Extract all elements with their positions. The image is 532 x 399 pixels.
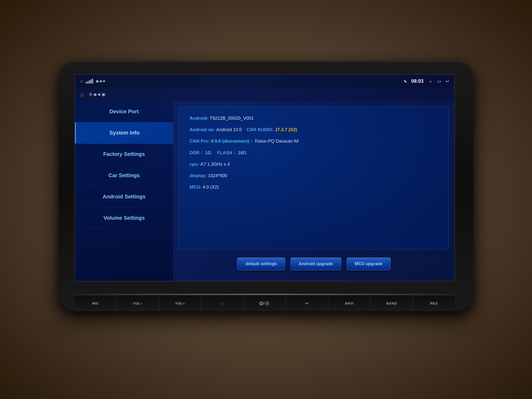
cpu-value: A7 1.3GHz x 4 <box>200 162 230 167</box>
buttons-area: default settings Android upgrade MCU upg… <box>179 255 449 276</box>
mcu-upgrade-button[interactable]: MCU upgrade <box>347 257 391 270</box>
bluetooth-icon: ⬉ <box>404 79 407 84</box>
nav-settings-icon[interactable]: ⚙ ◉ ■ ▣ <box>89 92 105 97</box>
main-content: Device Port System Info Factory Settings… <box>75 101 454 281</box>
flash-value: 16G <box>238 150 246 155</box>
ddr-label: DDR： <box>190 150 204 155</box>
notification-icons: ▣ ◉ ■ <box>96 79 105 83</box>
device-body: ⌂ ▣ ◉ ■ ⬉ 08:03 🔺 ▭ ↩ <box>59 61 473 311</box>
sidebar-item-system-info[interactable]: System Info <box>75 122 173 144</box>
mcu-label: MCU: <box>190 185 201 190</box>
android-label: Android: <box>190 116 209 121</box>
status-right: ⬉ 08:03 🔺 ▭ ↩ <box>404 78 449 84</box>
nav-bar: ⌂ ⚙ ◉ ■ ▣ <box>75 88 454 101</box>
android-value: T9212B_00020_V001 <box>210 116 253 121</box>
status-left: ⌂ ▣ ◉ ■ <box>80 79 105 84</box>
sidebar-item-device-port[interactable]: Device Port <box>75 101 173 122</box>
signal-bar-2 <box>87 81 88 84</box>
car-audio-value: J7.3.7 (X2) <box>275 127 297 132</box>
status-bar: ⌂ ▣ ◉ ■ ⬉ 08:03 🔺 ▭ ↩ <box>75 74 454 88</box>
can-pro-value: 9.0.6 (disconnect)： <box>211 139 254 144</box>
power-mute-button[interactable]: ⏻/🔇 <box>244 296 286 311</box>
signal-bar-1 <box>86 82 87 84</box>
back-hw-button[interactable]: ↩ <box>286 296 328 311</box>
system-info-box: Android: T9212B_00020_V001 Android os: A… <box>179 106 449 250</box>
sidebar-item-volume-settings[interactable]: Volume Settings <box>75 207 173 229</box>
display-row: display: 1024*600 <box>190 172 438 179</box>
ddr-row: DDR： 1G FLASH： 16G <box>190 149 438 156</box>
display-label: display: <box>190 173 207 178</box>
can-pro-extra: Raise-PQ Dasauto All <box>255 139 298 144</box>
res-button[interactable]: RES <box>413 296 455 311</box>
navi-button[interactable]: NAVI <box>328 296 371 311</box>
android-upgrade-button[interactable]: Android upgrade <box>290 257 341 270</box>
flash-label: FLASH： <box>217 150 237 155</box>
vol-minus-button[interactable]: VOL– <box>117 296 159 311</box>
mcu-value: 4.0 (X2) <box>203 185 219 190</box>
android-row: Android: T9212B_00020_V001 <box>190 115 438 122</box>
screen: ⌂ ▣ ◉ ■ ⬉ 08:03 🔺 ▭ ↩ <box>74 74 455 281</box>
power-mute-icon: ⏻/🔇 <box>259 301 270 306</box>
cpu-row: cpu: A7 1.3GHz x 4 <box>190 161 438 168</box>
sidebar: Device Port System Info Factory Settings… <box>75 101 173 281</box>
android-os-row: Android os: Android 10.0 CAR AUDIO: J7.3… <box>190 126 438 133</box>
display-value: 1024*600 <box>208 173 227 178</box>
home-hw-button[interactable]: ⌂ <box>201 296 244 311</box>
vol-plus-button[interactable]: VOL+ <box>159 296 201 311</box>
signal-icon-right: 🔺 <box>428 79 433 84</box>
signal-bar-3 <box>89 80 90 84</box>
signal-bar-4 <box>90 80 92 84</box>
android-os-value: Android 10.0 <box>216 127 242 132</box>
can-pro-row: CAN Pro: 9.0.6 (disconnect)： Raise-PQ Da… <box>190 138 438 145</box>
cpu-label: cpu: <box>190 162 199 167</box>
hardware-button-bar: MIC VOL– VOL+ ⌂ ⏻/🔇 ↩ NAVI BAND <box>74 295 455 311</box>
device-wrapper: ⌂ ▣ ◉ ■ ⬉ 08:03 🔺 ▭ ↩ <box>59 61 473 322</box>
signal-bar-5 <box>92 79 93 84</box>
car-audio-label: CAR AUDIO: <box>247 127 273 132</box>
chrome-strip <box>74 294 455 295</box>
mic-button[interactable]: MIC <box>74 296 117 311</box>
can-pro-label: CAN Pro: <box>190 139 210 144</box>
home-hw-icon: ⌂ <box>221 301 224 306</box>
screen-icon: ▭ <box>437 79 441 84</box>
home-icon: ⌂ <box>80 79 83 84</box>
info-panel: Android: T9212B_00020_V001 Android os: A… <box>173 101 454 281</box>
signal-bars <box>86 79 93 84</box>
ddr-value: 1G <box>205 150 211 155</box>
time-display: 08:03 <box>411 78 423 84</box>
android-os-label: Android os: <box>190 127 215 132</box>
sidebar-item-factory-settings[interactable]: Factory Settings <box>75 144 173 165</box>
nav-home-icon[interactable]: ⌂ <box>80 92 84 98</box>
band-button[interactable]: BAND <box>371 296 413 311</box>
sidebar-item-car-settings[interactable]: Car Settings <box>75 165 173 186</box>
back-hw-icon: ↩ <box>305 301 309 306</box>
sidebar-item-android-settings[interactable]: Android Settings <box>75 186 173 207</box>
mcu-row: MCU: 4.0 (X2) <box>190 184 438 191</box>
back-arrow-icon: ↩ <box>446 79 449 84</box>
default-settings-button[interactable]: default settings <box>237 257 285 270</box>
